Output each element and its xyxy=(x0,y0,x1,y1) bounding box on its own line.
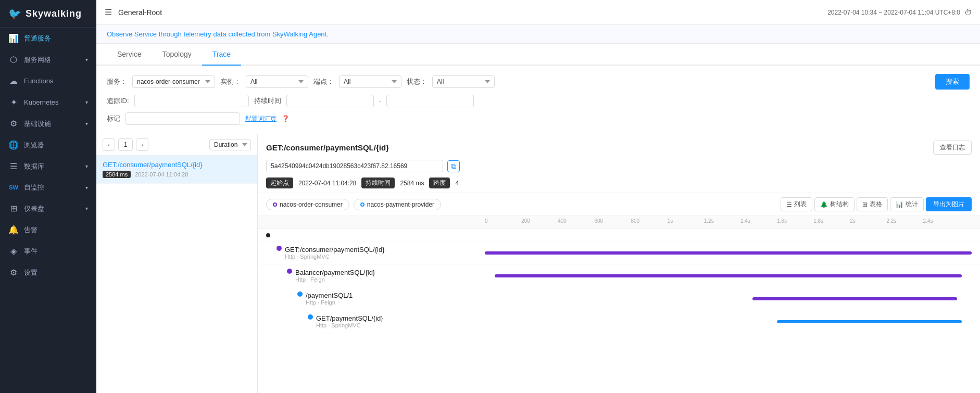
status-select-wrapper: All xyxy=(432,75,495,88)
info-bar: Observe Service through telemetry data c… xyxy=(96,25,980,44)
info-link[interactable]: Observe Service through telemetry data c… xyxy=(107,30,329,38)
sidebar-item-functions[interactable]: ☁ Functions xyxy=(0,70,96,92)
span-left-4: GET/paymentSQL/{id} Http · SpringMVC xyxy=(266,314,485,328)
time-range-text: 2022-07-04 10:34 ~ 2022-07-04 11:04 UTC+… xyxy=(827,9,960,16)
clock-icon[interactable]: ⏱ xyxy=(964,8,972,17)
sidebar-item-alert[interactable]: 🔔 告警 xyxy=(0,219,96,240)
ruler-mark-1.6s: 1.6s xyxy=(777,218,787,224)
topbar-right: 2022-07-04 10:34 ~ 2022-07-04 11:04 UTC+… xyxy=(827,8,972,17)
ruler-mark-1.4s: 1.4s xyxy=(740,218,750,224)
trace-id-row: ⧉ xyxy=(266,160,972,172)
sidebar-item-dashboard[interactable]: ⊞ 仪表盘 ▾ xyxy=(0,198,96,219)
filter-row-3: 标记 配置词汇页 ❓ xyxy=(107,112,970,125)
sidebar-item-self-monitor[interactable]: SW 自监控 ▾ xyxy=(0,177,96,198)
sidebar-item-event[interactable]: ◈ 事件 xyxy=(0,240,96,262)
view-log-button[interactable]: 查看日志 xyxy=(933,141,972,155)
span-tree-2: Balancer/paymentSQL/{id} Http · Feign xyxy=(266,269,375,283)
config-link[interactable]: 配置词汇页 xyxy=(245,115,277,123)
view-table-button[interactable]: ⊞ 表格 xyxy=(857,197,888,211)
span-count-label-badge: 跨度 xyxy=(429,178,450,188)
menu-icon[interactable]: ☰ xyxy=(105,7,112,17)
view-stats-button[interactable]: 📊 统计 xyxy=(890,197,924,211)
timeline-ruler: 0 200 400 600 800 1s 1.2s 1.4s 1.6s 1.8s… xyxy=(258,216,980,229)
sidebar-item-browser[interactable]: 🌐 浏览器 xyxy=(0,134,96,156)
sidebar-item-database[interactable]: ☰ 数据库 ▾ xyxy=(0,156,96,177)
left-panel: ‹ 1 › Duration GET:/consumer/paymentSQL/… xyxy=(96,134,258,393)
trace-list: GET:/consumer/paymentSQL/{id} 2584 ms 20… xyxy=(96,156,257,393)
sidebar-logo-text: Skywalking xyxy=(26,8,82,19)
duration-sort-select[interactable]: Duration xyxy=(209,139,251,150)
search-button[interactable]: 搜索 xyxy=(935,74,970,90)
instance-select[interactable]: All xyxy=(246,75,308,88)
service-select-wrapper: nacos-order-consumer xyxy=(132,75,215,88)
span-info-4: GET/paymentSQL/{id} Http · SpringMVC xyxy=(316,314,383,328)
sidebar-item-settings[interactable]: ⚙ 设置 xyxy=(0,262,96,283)
instance-label: 实例： xyxy=(220,77,241,86)
cloud-icon: ☁ xyxy=(8,76,19,86)
trace-item[interactable]: GET:/consumer/paymentSQL/{id} 2584 ms 20… xyxy=(96,156,257,184)
next-page-button[interactable]: › xyxy=(136,138,148,151)
service-tag-order[interactable]: nacos-order-consumer xyxy=(266,199,349,210)
ruler-mark-200: 200 xyxy=(521,218,530,224)
service-label: 服务： xyxy=(107,77,127,86)
ruler-mark-0: 0 xyxy=(485,218,488,224)
export-button[interactable]: 导出为图片 xyxy=(926,197,972,211)
trace-id-display[interactable] xyxy=(266,160,443,172)
trace-item-name: GET:/consumer/paymentSQL/{id} xyxy=(103,161,251,169)
status-select[interactable]: All xyxy=(432,75,495,88)
span-row-2[interactable]: Balancer/paymentSQL/{id} Http · Feign xyxy=(258,264,980,287)
span-sub-3: Http · Feign xyxy=(306,299,353,306)
span-sub-4: Http · SpringMVC xyxy=(316,322,383,328)
service-tags: nacos-order-consumer nacos-payment-provi… xyxy=(266,199,441,210)
topbar-left: ☰ General-Root xyxy=(105,7,162,17)
service-select[interactable]: nacos-order-consumer xyxy=(132,75,215,88)
endpoint-select[interactable]: All xyxy=(339,75,401,88)
tab-service[interactable]: Service xyxy=(107,44,152,66)
endpoint-select-wrapper: All xyxy=(339,75,401,88)
service-tag-label: nacos-order-consumer xyxy=(280,201,343,208)
duration-select-wrapper: Duration xyxy=(209,139,251,150)
tag-label: 标记 xyxy=(107,114,120,123)
service-tag-payment[interactable]: nacos-payment-provider xyxy=(354,199,441,210)
sidebar-item-infra[interactable]: ⚙ 基础设施 ▾ xyxy=(0,113,96,134)
duration-value: 2584 ms xyxy=(397,179,427,188)
span-name-4: GET/paymentSQL/{id} xyxy=(316,314,383,322)
span-tree-4: GET/paymentSQL/{id} Http · SpringMVC xyxy=(266,314,383,328)
duration-max-input[interactable] xyxy=(386,95,474,107)
ruler-mark-600: 600 xyxy=(594,218,603,224)
root-dot xyxy=(266,233,270,237)
tree-icon: 🌲 xyxy=(820,201,828,208)
view-list-button[interactable]: ☰ 列表 xyxy=(781,197,812,211)
span-row-4[interactable]: GET/paymentSQL/{id} Http · SpringMVC xyxy=(258,310,980,333)
stats-icon: 📊 xyxy=(896,201,903,208)
span-count-value: 4 xyxy=(452,179,462,188)
dot-blue-filled-3 xyxy=(297,291,303,297)
span-row-1[interactable]: GET:/consumer/paymentSQL/{id} Http · Spr… xyxy=(258,242,980,264)
tag-input[interactable] xyxy=(125,112,240,125)
tab-trace[interactable]: Trace xyxy=(202,44,241,66)
chevron-down-icon: ▾ xyxy=(85,57,88,62)
span-tree-1: GET:/consumer/paymentSQL/{id} Http · Spr… xyxy=(266,246,384,260)
timeline-area: 0 200 400 600 800 1s 1.2s 1.4s 1.6s 1.8s… xyxy=(258,216,980,393)
copy-icon[interactable]: ⧉ xyxy=(447,160,460,172)
service-tag-label: nacos-payment-provider xyxy=(367,201,434,208)
span-row-3[interactable]: /paymentSQL/1 Http · Feign xyxy=(258,287,980,310)
ruler-mark-2.2s: 2.2s xyxy=(886,218,896,224)
sidebar-item-label: Functions xyxy=(24,77,53,85)
sidebar-item-kubernetes[interactable]: ✦ Kubernetes ▾ xyxy=(0,92,96,113)
endpoint-label: 端点： xyxy=(313,77,334,86)
view-tree-button[interactable]: 🌲 树结构 xyxy=(814,197,855,211)
content-area: Service Topology Trace 服务： nacos-order-c… xyxy=(96,44,980,393)
span-bar-area-2 xyxy=(485,274,972,278)
span-name-3: /paymentSQL/1 xyxy=(306,291,353,299)
trace-title-row: GET:/consumer/paymentSQL/{id} 查看日志 xyxy=(266,141,972,155)
sidebar-item-normal-service[interactable]: 📊 普通服务 xyxy=(0,28,96,49)
trace-id-input[interactable] xyxy=(134,95,249,107)
sidebar-item-service-mesh[interactable]: ⬡ 服务网格 ▾ xyxy=(0,49,96,70)
span-bar-area-1 xyxy=(485,251,972,255)
span-left-1: GET:/consumer/paymentSQL/{id} Http · Spr… xyxy=(266,246,485,260)
duration-min-input[interactable] xyxy=(286,95,374,107)
prev-page-button[interactable]: ‹ xyxy=(103,138,115,151)
infra-icon: ⚙ xyxy=(8,119,19,129)
tab-topology[interactable]: Topology xyxy=(152,44,202,66)
